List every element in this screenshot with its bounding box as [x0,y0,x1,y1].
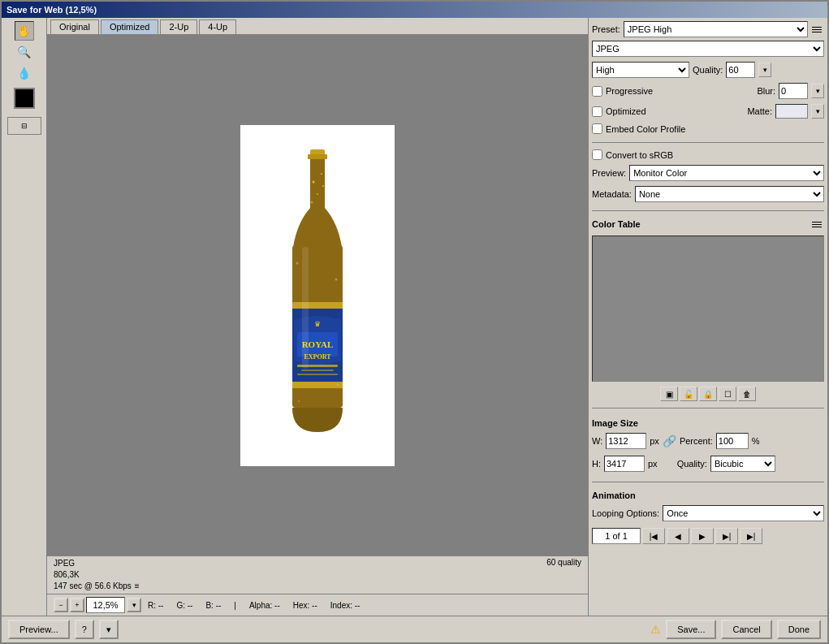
tab-bar: Original Optimized 2-Up 4-Up [47,18,588,35]
preview-button[interactable]: Preview... [8,620,70,639]
title-bar: Save for Web (12,5%) [2,2,827,18]
metadata-select[interactable]: None Copyright All [635,186,824,202]
preview-select[interactable]: Monitor Color sRGB Use Document Profile [629,165,824,181]
matte-dropdown[interactable]: ▾ [811,104,824,119]
coord-index: Index: -- [330,601,361,610]
ct-btn-lock2[interactable]: 🔒 [699,387,717,401]
matte-color[interactable] [775,104,808,119]
left-toolbar: ✋ 🔍 💧 ⊟ [2,18,47,616]
optimized-checkbox[interactable] [592,106,602,117]
looping-select[interactable]: Once Forever Other... [663,505,824,521]
ct-btn-new[interactable]: ☐ [719,387,736,401]
save-for-web-window: Save for Web (12,5%) ✋ 🔍 💧 ⊟ Original Op… [0,0,829,644]
optimized-label: Optimized [606,106,646,116]
preset-select[interactable]: JPEG High JPEG Medium JPEG Low PNG-8 PNG… [624,21,808,37]
cancel-button[interactable]: Cancel [721,620,771,639]
frame-next-btn[interactable]: ▶| [715,528,738,544]
frame-input[interactable] [592,528,641,544]
svg-rect-1 [308,154,327,159]
blur-input[interactable] [779,83,808,99]
width-input[interactable] [606,433,646,449]
tab-original[interactable]: Original [50,19,99,34]
svg-rect-19 [302,247,309,369]
bottle-image: ROYAL EXPORT ♛ [273,141,362,450]
window-title: Save for Web (12,5%) [6,5,97,15]
divider-4 [592,482,824,482]
color-table-menu-icon[interactable] [811,218,824,231]
height-label: H: [592,459,601,469]
progressive-checkbox[interactable] [592,86,602,97]
quality-input[interactable] [726,62,755,78]
embed-color-checkbox[interactable] [592,123,602,134]
quality-label: Quality: [693,65,723,75]
svg-point-17 [311,201,313,203]
resize-quality-label: Quality: [677,459,707,469]
save-button[interactable]: Save... [666,620,716,639]
convert-srgb-checkbox[interactable] [592,149,602,160]
ct-btn-lock[interactable]: 🔓 [680,387,697,401]
status-filesize: 806,3K [54,569,140,581]
tab-2up[interactable]: 2-Up [160,19,197,34]
svg-point-23 [337,384,339,386]
preview-row: Preview: Monitor Color sRGB Use Document… [592,165,824,181]
coord-g: G: -- [176,601,192,610]
zoom-dropdown[interactable]: ▾ [127,598,141,612]
zoom-input[interactable] [86,597,125,613]
convert-srgb-row: Convert to sRGB [592,149,824,160]
preset-row: Preset: JPEG High JPEG Medium JPEG Low P… [592,21,824,37]
frame-play-btn[interactable]: ▶ [691,528,714,544]
ct-btn-delete[interactable]: 🗑 [738,387,756,401]
svg-point-16 [317,193,318,195]
frame-last-btn[interactable]: ▶| [740,528,762,544]
link-icon: 🔗 [663,434,676,447]
color-swatch [14,88,35,109]
svg-rect-13 [297,374,338,375]
ct-btn-map[interactable]: ▣ [660,387,678,401]
blur-dropdown[interactable]: ▾ [811,84,824,98]
svg-point-14 [313,180,315,183]
format-select[interactable]: JPEG GIF PNG-8 PNG-24 [592,41,824,57]
status-format: JPEG [54,558,140,569]
looping-row: Looping Options: Once Forever Other... [592,505,824,521]
image-size-row: W: px 🔗 Percent: % [592,433,824,449]
coord-alpha: Alpha: -- [249,601,280,610]
quality-preset-select[interactable]: High Low Medium Very High Maximum [592,62,689,78]
divider-3 [592,408,824,408]
preset-label: Preset: [592,24,620,34]
zoom-in-btn[interactable]: + [70,598,84,612]
coord-r: R: -- [148,601,163,610]
done-button[interactable]: Done [777,620,821,639]
width-label: W: [592,436,602,446]
embed-color-row: Embed Color Profile [592,123,824,134]
canvas-area: Original Optimized 2-Up 4-Up [47,18,588,616]
height-input[interactable] [604,456,645,472]
percent-input[interactable] [716,433,749,449]
hand-tool[interactable]: ✋ [15,21,34,41]
animation-title: Animation [592,491,824,500]
divider-2 [592,210,824,211]
frame-first-btn[interactable]: |◀ [642,528,665,544]
frame-prev-btn[interactable]: ◀ [667,528,689,544]
svg-point-18 [322,185,324,187]
preview-label: Preview: [592,168,626,178]
eyedropper-tool[interactable]: 💧 [15,63,34,83]
preset-menu-icon[interactable] [811,23,824,36]
color-table-title: Color Table [592,219,641,229]
blur-label: Blur: [757,86,775,96]
warning-icon: ⚠ [650,623,661,636]
zoom-tool[interactable]: 🔍 [15,42,34,62]
tab-optimized[interactable]: Optimized [101,19,159,34]
status-bar: JPEG 806,3K 147 sec @ 56.6 Kbps ≡ 60 qua… [47,555,588,594]
percent-label: Percent: [680,436,713,446]
resize-quality-select[interactable]: Bicubic Bicubic Smoother Bicubic Sharper… [710,456,775,472]
settings-dropdown[interactable]: ▾ [99,620,119,639]
zoom-out-btn[interactable]: − [54,598,68,612]
svg-rect-5 [292,302,343,309]
tab-4up[interactable]: 4-Up [199,19,236,34]
svg-rect-12 [301,370,334,371]
svg-point-22 [298,400,300,402]
quality-dropdown[interactable]: ▾ [758,63,771,77]
quality-preset-row: High Low Medium Very High Maximum Qualit… [592,62,824,78]
help-button[interactable]: ? [75,620,94,639]
slice-toggle[interactable]: ⊟ [7,117,41,135]
